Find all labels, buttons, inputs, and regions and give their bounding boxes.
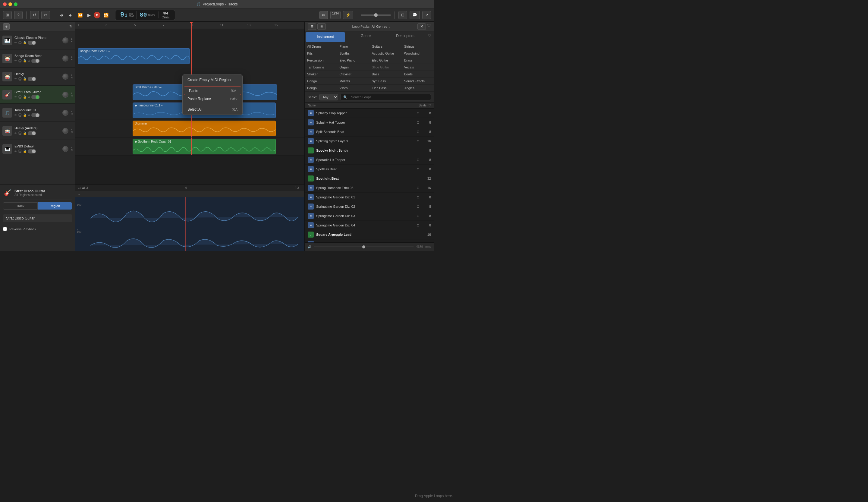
track-mute-toggle[interactable] xyxy=(28,41,36,45)
lock-icon[interactable]: 🔒 xyxy=(23,95,27,99)
list-item[interactable]: ♪ Square Arpeggio Lead 16 xyxy=(305,230,434,239)
heart-icon[interactable]: ♡ xyxy=(427,23,431,30)
filter-mallets[interactable]: Mallets xyxy=(337,78,369,85)
go-to-start-button[interactable]: ⏪ xyxy=(76,11,84,19)
filter-elec-guitar[interactable]: Elec Guitar xyxy=(370,57,402,64)
playhead[interactable] xyxy=(192,22,192,29)
download-icon[interactable]: ⬇ xyxy=(28,113,30,117)
filter-brass[interactable]: Brass xyxy=(402,57,434,64)
track-mute-toggle[interactable] xyxy=(28,149,36,153)
record-button[interactable]: ⏺ xyxy=(94,12,100,18)
lock-icon[interactable]: 🔒 xyxy=(23,41,27,44)
track-item[interactable]: 🥁 Heavy ✏ 🎧 🔒 xyxy=(0,68,75,86)
filter-tambourine[interactable]: Tambourine xyxy=(305,64,337,71)
pencil-icon[interactable]: ✏ xyxy=(14,150,17,153)
list-item[interactable]: ≋ Split Seconds Beat ⊙ 8 xyxy=(305,127,434,136)
filter-all-drums[interactable]: All Drums xyxy=(305,43,337,50)
track-item[interactable]: 🎹 EVB3 Default ✏ 🎧 🔒 xyxy=(0,140,75,158)
list-item[interactable]: ♪ Spotlight Beat 32 xyxy=(305,174,434,183)
headphone-icon[interactable]: 🎧 xyxy=(18,77,22,81)
list-item[interactable]: ≋ Springtime Garden Dizi 03 ⊙ 8 xyxy=(305,211,434,221)
filter-syn-bass[interactable]: Syn Bass xyxy=(370,78,402,85)
add-track-button[interactable]: + xyxy=(3,23,10,30)
track-item[interactable]: 🎸 Strat Disco Guitar ✏ 🎧 🔒 ⬇ xyxy=(0,86,75,104)
track-item[interactable]: 🎹 Classic Electric Piano ✏ 🎧 🔒 xyxy=(0,31,75,50)
help-button[interactable]: ? xyxy=(14,11,23,19)
rewind-button[interactable]: ⏮ xyxy=(58,11,65,19)
list-item[interactable]: ♪ Spooky Night Synth 8 xyxy=(305,146,434,155)
filter-guitars[interactable]: Guitars xyxy=(370,43,402,50)
close-panel-button[interactable]: ✕ xyxy=(417,23,426,30)
filter-tab-heart[interactable]: ♡ xyxy=(425,31,434,43)
track-mute-toggle[interactable] xyxy=(28,77,36,81)
undo-button[interactable]: ↺ xyxy=(30,11,39,19)
track-sort-button[interactable]: ⇅ xyxy=(69,24,72,28)
context-menu-select-all[interactable]: Select All ⌘A xyxy=(183,105,242,113)
filter-tab-genre[interactable]: Genre xyxy=(346,31,385,43)
lock-icon[interactable]: 🔒 xyxy=(23,132,27,135)
track-volume-knob[interactable] xyxy=(62,110,69,116)
list-item[interactable]: ≋ Springtime Garden Dizi 01 ⊙ 8 xyxy=(305,193,434,202)
filter-piano[interactable]: Piano xyxy=(337,43,369,50)
audio-region-organ[interactable]: ◆ Southern Rock Organ 01 xyxy=(133,139,276,154)
download-icon[interactable]: ⊙ xyxy=(416,111,420,115)
fullscreen-button[interactable] xyxy=(14,2,18,6)
track-mute-toggle[interactable] xyxy=(31,95,40,99)
filter-jingles[interactable]: Jingles xyxy=(402,85,434,92)
filter-vocals[interactable]: Vocals xyxy=(402,64,434,71)
filter-sound-effects[interactable]: Sound Effects xyxy=(402,78,434,85)
headphone-icon[interactable]: 🎧 xyxy=(18,113,22,117)
filter-beats[interactable]: Beats xyxy=(402,71,434,78)
download-icon[interactable]: ⊙ xyxy=(416,195,420,199)
track-lane-piano[interactable] xyxy=(75,29,304,47)
chat-button[interactable]: 💬 xyxy=(410,11,420,19)
audio-region-drummer[interactable]: Drummer xyxy=(133,121,276,136)
reverse-playback-checkbox[interactable] xyxy=(3,227,7,231)
smart-controls-button[interactable]: 1234 xyxy=(330,11,341,19)
editor-rewind-btn[interactable]: ⏮ xyxy=(78,186,81,189)
track-volume-knob[interactable] xyxy=(62,74,69,80)
context-menu-paste-replace[interactable]: Paste Replace ⇧⌘V xyxy=(183,95,242,103)
loop-list[interactable]: ≋ Splashy Clap Topper ⊙ 8 ≋ Splashy Hat … xyxy=(305,109,434,243)
track-item[interactable]: 🎵 Tambourine 01 ✏ 🎧 🔒 ⬇ xyxy=(0,104,75,122)
lock-icon[interactable]: 🔒 xyxy=(23,77,27,81)
zoom-handle[interactable] xyxy=(374,13,378,17)
headphone-icon[interactable]: 🎧 xyxy=(18,59,22,62)
lock-icon[interactable]: 🔒 xyxy=(23,59,27,62)
filter-tab-descriptors[interactable]: Descriptors xyxy=(385,31,425,43)
filter-tab-instrument[interactable]: Instrument xyxy=(306,32,345,42)
filter-shaker[interactable]: Shaker xyxy=(305,71,337,78)
headphone-icon[interactable]: 🎧 xyxy=(18,132,22,135)
headphone-icon[interactable]: 🎧 xyxy=(18,95,22,99)
editor-tab-track[interactable]: Track xyxy=(3,202,38,209)
filter-strings[interactable]: Strings xyxy=(402,43,434,50)
headphone-icon[interactable]: 🎧 xyxy=(18,41,22,44)
track-volume-knob[interactable] xyxy=(62,92,69,98)
headphone-icon[interactable]: 🎧 xyxy=(18,150,22,153)
track-mute-toggle[interactable] xyxy=(31,113,40,117)
track-volume-knob[interactable] xyxy=(62,55,69,62)
track-mute-toggle[interactable] xyxy=(28,131,36,135)
filter-acoustic-guitar[interactable]: Acoustic Guitar xyxy=(370,50,402,57)
lock-icon[interactable]: 🔒 xyxy=(23,150,27,153)
track-lane-anders[interactable]: Drummer xyxy=(75,120,304,137)
list-item[interactable]: ≋ Squeak Beat 01 ⊙ 8 xyxy=(305,239,434,243)
list-item[interactable]: ≋ Sporadic Hit Topper ⊙ 8 xyxy=(305,155,434,165)
filter-conga[interactable]: Conga xyxy=(305,78,337,85)
list-item[interactable]: ≋ Splashy Hat Topper ⊙ 8 xyxy=(305,118,434,127)
volume-slider[interactable] xyxy=(314,246,414,247)
download-icon[interactable]: ⊙ xyxy=(416,120,420,124)
filter-elec-piano[interactable]: Elec Piano xyxy=(337,57,369,64)
download-icon[interactable]: ⊙ xyxy=(416,223,420,227)
download-icon[interactable]: ⊙ xyxy=(416,139,420,143)
filter-vibes[interactable]: Vibes xyxy=(337,85,369,92)
filter-woodwind[interactable]: Woodwind xyxy=(402,50,434,57)
track-lane-bongo[interactable]: Bongo Room Beat.1 ∞ xyxy=(75,47,304,65)
scissors-button[interactable]: ✂ xyxy=(41,11,50,19)
pencil-icon[interactable]: ✏ xyxy=(14,41,17,44)
filter-elec-bass[interactable]: Elec Bass xyxy=(370,85,402,92)
heart-header-icon[interactable]: ♡ xyxy=(428,104,431,107)
filter-organ[interactable]: Organ xyxy=(337,64,369,71)
list-item[interactable]: ≋ Spotless Beat ⊙ 8 xyxy=(305,165,434,174)
editor-region-name[interactable]: Strat Disco Guitar xyxy=(3,214,72,222)
